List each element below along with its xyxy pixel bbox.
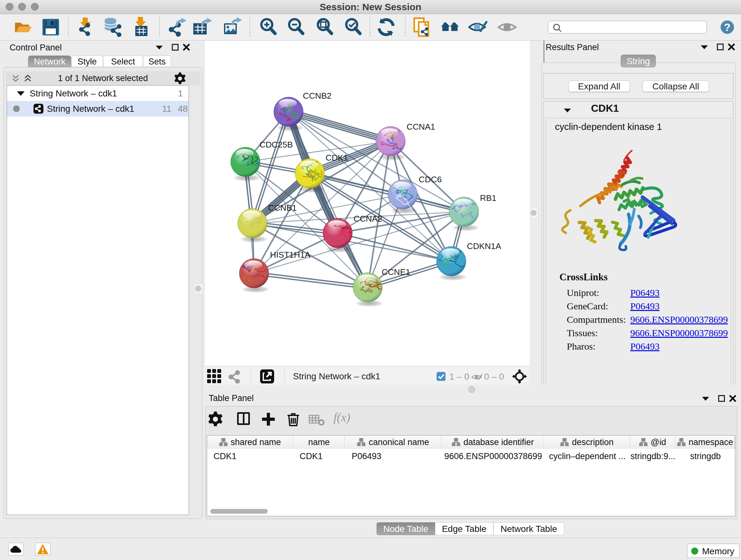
svg-text:HIST1H1A: HIST1H1A (270, 250, 311, 260)
svg-text:CCNE1: CCNE1 (382, 267, 410, 277)
svg-text:CCNA1: CCNA1 (407, 122, 435, 132)
svg-text:CCNB2: CCNB2 (303, 91, 332, 101)
svg-text:RB1: RB1 (480, 193, 496, 203)
svg-text:CCNB1: CCNB1 (268, 203, 297, 212)
svg-text:CDK1: CDK1 (326, 153, 348, 163)
svg-text:CDC6: CDC6 (419, 175, 442, 184)
svg-text:CDKN1A: CDKN1A (467, 241, 501, 251)
svg-text:CCNA2: CCNA2 (354, 214, 382, 224)
svg-text:CDC25B: CDC25B (259, 140, 293, 149)
